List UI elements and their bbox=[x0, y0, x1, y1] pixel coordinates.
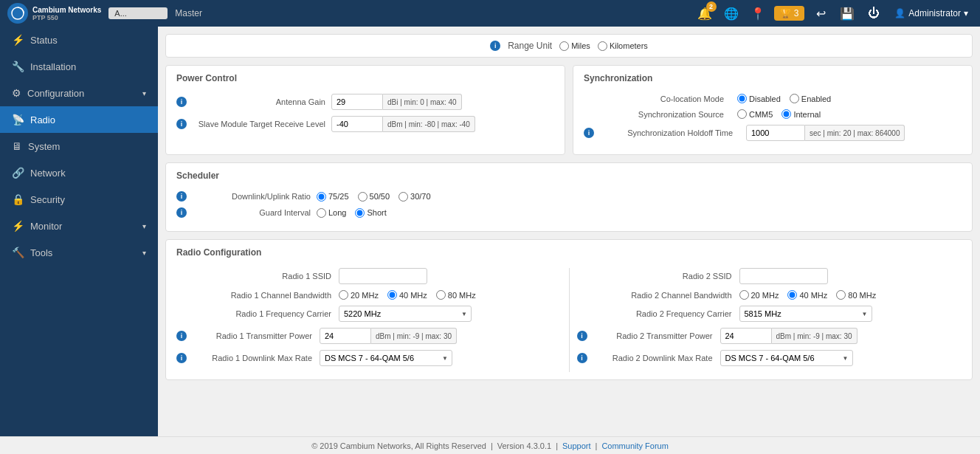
sidebar-item-tools[interactable]: 🔨 Tools ▾ bbox=[0, 239, 158, 266]
sidebar: ⚡ Status 🔧 Installation ⚙ Configuration … bbox=[0, 27, 158, 436]
antenna-gain-label: Antenna Gain bbox=[193, 97, 325, 106]
ratio-75-25-radio[interactable] bbox=[317, 192, 326, 202]
internal-radio[interactable] bbox=[781, 109, 791, 119]
radio2-freq-select[interactable]: 5815 MHz bbox=[739, 306, 872, 322]
radio2-power-input-group: dBm | min: -9 | max: 30 bbox=[720, 328, 858, 344]
holdoff-input[interactable] bbox=[746, 125, 805, 141]
radio1-power-info-icon: i bbox=[176, 331, 187, 341]
radio1-power-input[interactable] bbox=[320, 328, 371, 344]
radio1-power-row: i Radio 1 Transmitter Power dBm | min: -… bbox=[176, 328, 562, 344]
scheduler-card: Scheduler i Downlink/Uplink Ratio 75/25 … bbox=[165, 162, 973, 232]
radio2-power-input[interactable] bbox=[720, 328, 772, 344]
admin-menu[interactable]: 👤 Administrator ▾ bbox=[890, 7, 973, 20]
range-unit-info-icon: i bbox=[490, 41, 500, 51]
radio2-bw-40[interactable]: 40 MHz bbox=[787, 290, 827, 300]
guard-short-radio[interactable] bbox=[355, 208, 365, 218]
guard-short[interactable]: Short bbox=[355, 208, 386, 218]
sidebar-item-security[interactable]: 🔒 Security bbox=[0, 186, 158, 213]
range-unit-row: i Range Unit Miles Kilometers bbox=[165, 34, 973, 58]
header-icons: 🔔 2 🌐 📍 🏆 3 ↩ 💾 ⏻ 👤 Administrator ▾ bbox=[694, 3, 973, 24]
layout: ⚡ Status 🔧 Installation ⚙ Configuration … bbox=[0, 27, 980, 436]
sidebar-item-configuration[interactable]: ⚙ Configuration ▾ bbox=[0, 80, 158, 106]
sidebar-item-label: Radio bbox=[30, 114, 55, 125]
radio2-bw-80[interactable]: 80 MHz bbox=[836, 290, 876, 300]
radio2-bw-40-radio[interactable] bbox=[787, 290, 797, 300]
ratio-30-70-radio[interactable] bbox=[398, 192, 408, 202]
sync-title: Synchronization bbox=[584, 73, 962, 86]
device-role: Master bbox=[175, 8, 686, 18]
radio1-downlink-info-icon: i bbox=[176, 353, 187, 363]
slave-target-input[interactable] bbox=[331, 116, 383, 132]
footer-support-link[interactable]: Support bbox=[562, 441, 591, 450]
holdoff-row: i Synchronization Holdoff Time sec | min… bbox=[584, 125, 962, 141]
bell-button[interactable]: 🔔 2 bbox=[694, 3, 715, 24]
radio1-bw-80[interactable]: 80 MHz bbox=[436, 290, 476, 300]
radio1-power-input-group: dBm | min: -9 | max: 30 bbox=[320, 328, 457, 344]
radio1-freq-select[interactable]: 5220 MHz bbox=[339, 306, 472, 322]
guard-long-radio[interactable] bbox=[317, 208, 326, 218]
kilometers-option[interactable]: Kilometers bbox=[598, 41, 648, 51]
antenna-gain-input[interactable] bbox=[331, 94, 383, 110]
guard-long[interactable]: Long bbox=[317, 208, 346, 218]
radio2-power-info-icon: i bbox=[577, 331, 587, 341]
source-internal[interactable]: Internal bbox=[781, 109, 821, 119]
radio1-power-label: Radio 1 Transmitter Power bbox=[190, 331, 320, 340]
colocation-disabled[interactable]: Disabled bbox=[737, 94, 781, 103]
ratio-75-25[interactable]: 75/25 bbox=[317, 192, 349, 202]
chevron-icon: ▾ bbox=[142, 222, 146, 230]
footer-forum-link[interactable]: Community Forum bbox=[601, 441, 668, 450]
sidebar-item-radio[interactable]: 📡 Radio bbox=[0, 106, 158, 133]
radio1-bw-80-radio[interactable] bbox=[436, 290, 446, 300]
miles-option[interactable]: Miles bbox=[559, 41, 590, 51]
source-cmm5[interactable]: CMM5 bbox=[737, 109, 773, 119]
radio1-downlink-select[interactable]: DS MCS 7 - 64-QAM 5/6 bbox=[320, 350, 452, 366]
radio1-bw-20[interactable]: 20 MHz bbox=[339, 290, 379, 300]
device-name[interactable]: A... bbox=[108, 7, 168, 19]
radio2-ssid-label: Radio 2 SSID bbox=[577, 272, 739, 281]
undo-button[interactable]: ↩ bbox=[810, 3, 831, 24]
cmm5-radio[interactable] bbox=[737, 109, 747, 119]
radio2-bw-80-radio[interactable] bbox=[836, 290, 846, 300]
sidebar-item-network[interactable]: 🔗 Network bbox=[0, 159, 158, 186]
globe-button[interactable]: 🌐 bbox=[721, 3, 742, 24]
ratio-50-50[interactable]: 50/50 bbox=[358, 192, 390, 202]
radio2-downlink-label: Radio 2 Downlink Max Rate bbox=[590, 354, 720, 362]
ratio-30-70[interactable]: 30/70 bbox=[398, 192, 431, 202]
radio2-downlink-select[interactable]: DS MCS 7 - 64-QAM 5/6 bbox=[720, 350, 853, 366]
trophy-button[interactable]: 🏆 3 bbox=[774, 6, 805, 21]
radio1-bw-40[interactable]: 40 MHz bbox=[387, 290, 427, 300]
colocation-enabled[interactable]: Enabled bbox=[790, 94, 831, 103]
sidebar-item-label: Status bbox=[30, 35, 58, 46]
radio2-bw-20[interactable]: 20 MHz bbox=[739, 290, 779, 300]
radio1-ssid-row: Radio 1 SSID bbox=[176, 268, 562, 284]
colocation-enabled-radio[interactable] bbox=[790, 94, 799, 103]
sidebar-item-system[interactable]: 🖥 System bbox=[0, 133, 158, 159]
colocation-disabled-radio[interactable] bbox=[737, 94, 747, 103]
radio1-bw-label: Radio 1 Channel Bandwidth bbox=[176, 291, 339, 300]
save-button[interactable]: 💾 bbox=[837, 3, 858, 24]
sidebar-item-status[interactable]: ⚡ Status bbox=[0, 27, 158, 53]
footer: © 2019 Cambium Networks, All Rights Rese… bbox=[0, 436, 980, 454]
radio1-downlink-wrapper: DS MCS 7 - 64-QAM 5/6 bbox=[320, 350, 452, 366]
power-button[interactable]: ⏻ bbox=[863, 3, 884, 24]
radio2-bw-20-radio[interactable] bbox=[739, 290, 749, 300]
location-button[interactable]: 📍 bbox=[748, 3, 768, 24]
radio1-ssid-input[interactable] bbox=[339, 268, 427, 284]
sidebar-item-monitor[interactable]: ⚡ Monitor ▾ bbox=[0, 213, 158, 239]
sidebar-item-installation[interactable]: 🔧 Installation bbox=[0, 53, 158, 80]
miles-radio[interactable] bbox=[559, 41, 569, 51]
radio1-bw-40-radio[interactable] bbox=[387, 290, 397, 300]
guard-info-icon: i bbox=[176, 207, 187, 218]
colocation-options: Disabled Enabled bbox=[737, 94, 831, 103]
radio2-downlink-info-icon: i bbox=[577, 353, 587, 363]
config-icon: ⚙ bbox=[12, 87, 21, 99]
sync-source-row: Synchronization Source CMM5 Internal bbox=[584, 109, 962, 119]
power-control-title: Power Control bbox=[176, 73, 554, 86]
logo-icon bbox=[7, 3, 28, 24]
ratio-50-50-radio[interactable] bbox=[358, 192, 368, 202]
downlink-label: Downlink/Uplink Ratio bbox=[193, 192, 311, 201]
kilometers-radio[interactable] bbox=[598, 41, 607, 51]
radio1-bw-20-radio[interactable] bbox=[339, 290, 348, 300]
radio1-downlink-row: i Radio 1 Downlink Max Rate DS MCS 7 - 6… bbox=[176, 350, 562, 366]
radio2-ssid-input[interactable] bbox=[739, 268, 828, 284]
